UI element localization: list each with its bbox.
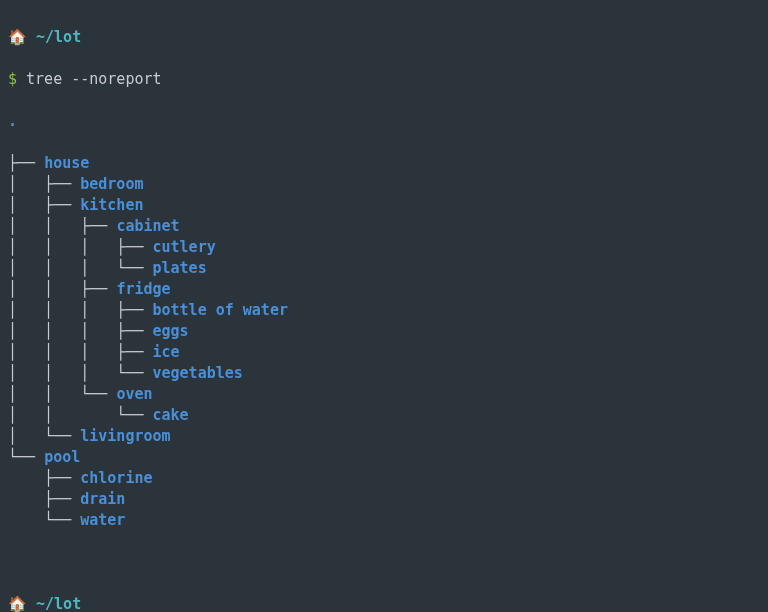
tree-line: │ │ ├── cabinet <box>8 216 760 237</box>
tree-entry: livingroom <box>80 427 170 445</box>
tree-branch: │ │ ├── <box>8 280 116 298</box>
tree-line: ├── drain <box>8 489 760 510</box>
tree-branch: └── <box>8 448 44 466</box>
tree-branch: └── <box>8 511 80 529</box>
tree-line: │ │ └── cake <box>8 405 760 426</box>
home-icon: 🏠 <box>8 594 27 612</box>
prompt-line-1: 🏠 ~/lot <box>8 27 760 48</box>
tree-entry: water <box>80 511 125 529</box>
tree-entry: cake <box>153 406 189 424</box>
prompt-path: ~/lot <box>36 28 81 46</box>
tree-entry: ice <box>153 343 180 361</box>
tree-entry: cutlery <box>153 238 216 256</box>
tree-line: │ │ │ ├── ice <box>8 342 760 363</box>
prompt-line-2: 🏠 ~/lot <box>8 594 760 612</box>
tree-branch: ├── <box>8 469 80 487</box>
tree-branch: │ └── <box>8 427 80 445</box>
tree-entry: eggs <box>153 322 189 340</box>
tree-branch: │ │ │ ├── <box>8 343 153 361</box>
tree-branch: │ │ │ └── <box>8 364 153 382</box>
home-icon: 🏠 <box>8 27 27 48</box>
tree-entry: cabinet <box>116 217 179 235</box>
tree-line: │ │ │ ├── bottle of water <box>8 300 760 321</box>
tree-line: │ ├── bedroom <box>8 174 760 195</box>
tree-branch: ├── <box>8 490 80 508</box>
tree-line: └── pool <box>8 447 760 468</box>
tree-entry: bottle of water <box>153 301 288 319</box>
tree-line: │ │ │ ├── eggs <box>8 321 760 342</box>
command-line-1: $ tree --noreport <box>8 69 760 90</box>
tree-entry: oven <box>116 385 152 403</box>
tree-branch: │ │ │ └── <box>8 259 153 277</box>
tree-branch: │ │ │ ├── <box>8 238 153 256</box>
tree-line: ├── house <box>8 153 760 174</box>
tree-line: │ │ │ ├── cutlery <box>8 237 760 258</box>
tree-entry: fridge <box>116 280 170 298</box>
tree-branch: │ │ │ ├── <box>8 301 153 319</box>
prompt-path: ~/lot <box>36 595 81 612</box>
tree-entry: kitchen <box>80 196 143 214</box>
tree-entry: pool <box>44 448 80 466</box>
blank-line <box>8 552 760 573</box>
tree-output: ├── house│ ├── bedroom│ ├── kitchen│ │ ├… <box>8 153 760 531</box>
tree-entry: bedroom <box>80 175 143 193</box>
tree-branch: │ ├── <box>8 175 80 193</box>
tree-root: . <box>8 111 760 132</box>
tree-branch: │ │ │ ├── <box>8 322 153 340</box>
command-text: tree --noreport <box>26 70 161 88</box>
tree-entry: chlorine <box>80 469 152 487</box>
tree-line: │ └── livingroom <box>8 426 760 447</box>
tree-entry: plates <box>153 259 207 277</box>
tree-branch: ├── <box>8 154 44 172</box>
tree-line: │ │ ├── fridge <box>8 279 760 300</box>
tree-line: │ │ │ └── vegetables <box>8 363 760 384</box>
terminal[interactable]: 🏠 ~/lot $ tree --noreport . ├── house│ ├… <box>0 0 768 612</box>
tree-line: │ │ └── oven <box>8 384 760 405</box>
tree-line: └── water <box>8 510 760 531</box>
tree-line: │ ├── kitchen <box>8 195 760 216</box>
tree-line: │ │ │ └── plates <box>8 258 760 279</box>
prompt-symbol: $ <box>8 70 17 88</box>
tree-branch: │ │ └── <box>8 385 116 403</box>
tree-branch: │ ├── <box>8 196 80 214</box>
tree-branch: │ │ └── <box>8 406 153 424</box>
tree-line: ├── chlorine <box>8 468 760 489</box>
tree-entry: house <box>44 154 89 172</box>
tree-entry: vegetables <box>153 364 243 382</box>
tree-entry: drain <box>80 490 125 508</box>
tree-branch: │ │ ├── <box>8 217 116 235</box>
